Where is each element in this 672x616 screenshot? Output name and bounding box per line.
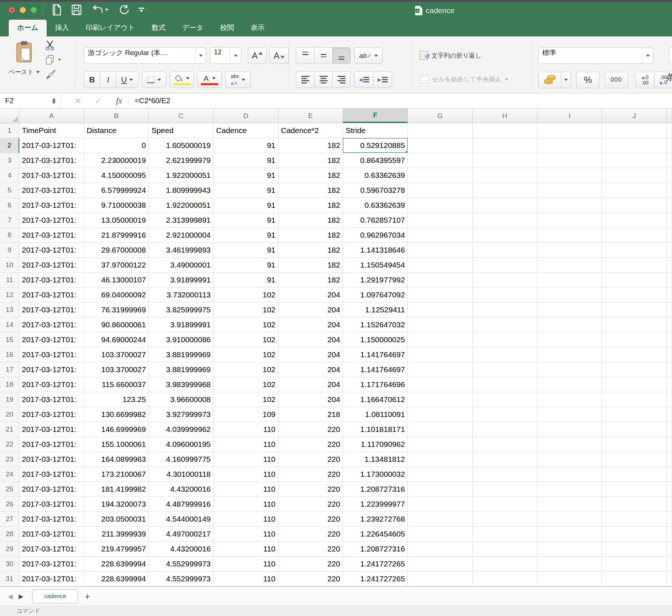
currency-format-button[interactable]: [538, 72, 561, 88]
cell-B24[interactable]: 173.2100067: [84, 467, 149, 482]
merge-center-button[interactable]: ↔ セルを結合して中央揃え: [420, 75, 508, 83]
cell-J15[interactable]: [602, 332, 667, 347]
cell-H6[interactable]: [473, 198, 538, 213]
cell-E12[interactable]: 204: [278, 288, 343, 303]
cell-E30[interactable]: 220: [278, 557, 343, 572]
cell-F11[interactable]: 1.291977992: [343, 273, 408, 288]
decrease-indent-button[interactable]: ◀: [354, 71, 373, 88]
number-format-select[interactable]: 標準: [538, 47, 653, 64]
insert-function-icon[interactable]: fx: [116, 96, 122, 106]
cell-F5[interactable]: 0.596703278: [343, 183, 408, 198]
orientation-button[interactable]: ab: [354, 47, 383, 64]
cell-J25[interactable]: [602, 482, 667, 497]
row-header-3[interactable]: 3: [0, 153, 19, 168]
row-header-17[interactable]: 17: [0, 362, 19, 377]
cell-A7[interactable]: 2017-03-12T01:: [19, 213, 84, 228]
ribbon-tab-1[interactable]: 挿入: [47, 20, 77, 36]
cell-F2[interactable]: 0.529120885: [343, 138, 408, 153]
zoom-icon[interactable]: [31, 7, 37, 13]
column-header-H[interactable]: H: [473, 109, 538, 123]
cell-B12[interactable]: 69.04000092: [84, 288, 149, 303]
cell-H4[interactable]: [473, 168, 538, 183]
cell-E6[interactable]: 182: [278, 198, 343, 213]
column-header-C[interactable]: C: [149, 109, 214, 123]
cell-C5[interactable]: 1.809999943: [149, 183, 214, 198]
cell-D8[interactable]: 91: [214, 228, 278, 243]
cell-F25[interactable]: 1.208727316: [343, 482, 408, 497]
cell-F23[interactable]: 1.13481812: [343, 452, 408, 467]
cell-D3[interactable]: 91: [214, 153, 278, 168]
ribbon-tab-6[interactable]: 表示: [242, 20, 273, 36]
cell-J29[interactable]: [602, 542, 667, 557]
row-header-4[interactable]: 4: [0, 168, 19, 183]
cell-G17[interactable]: [408, 362, 473, 377]
cell-E31[interactable]: 220: [278, 572, 343, 586]
cell-H21[interactable]: [473, 422, 538, 437]
cell-H17[interactable]: [473, 362, 538, 377]
ribbon-tab-3[interactable]: 数式: [143, 20, 174, 36]
cell-H29[interactable]: [473, 542, 538, 557]
cell-B30[interactable]: 228.6399994: [84, 557, 149, 572]
row-header-11[interactable]: 11: [0, 273, 19, 288]
cell-G2[interactable]: [408, 138, 473, 153]
cell-D12[interactable]: 102: [214, 288, 278, 303]
font-size-select[interactable]: 12: [210, 47, 241, 64]
cell-J3[interactable]: [602, 153, 667, 168]
cell-I17[interactable]: [538, 362, 602, 377]
cell-A5[interactable]: 2017-03-12T01:: [19, 183, 84, 198]
cell-F12[interactable]: 1.097647092: [343, 288, 408, 303]
cell-F6[interactable]: 0.63362639: [343, 198, 408, 213]
cell-G18[interactable]: [408, 377, 473, 392]
cell-H19[interactable]: [473, 392, 538, 407]
row-header-29[interactable]: 29: [0, 542, 19, 557]
cell-E7[interactable]: 182: [278, 213, 343, 228]
cell-H12[interactable]: [473, 288, 538, 303]
cell-J24[interactable]: [602, 467, 667, 482]
cell-D15[interactable]: 102: [214, 332, 278, 347]
row-header-14[interactable]: 14: [0, 317, 19, 332]
cell-J1[interactable]: [602, 123, 667, 138]
cell-H26[interactable]: [473, 497, 538, 512]
font-color-dropdown-icon[interactable]: [212, 77, 216, 79]
cell-C23[interactable]: 4.160999775: [149, 452, 214, 467]
row-header-21[interactable]: 21: [0, 422, 19, 437]
column-header-F[interactable]: F: [343, 109, 408, 123]
cell-C18[interactable]: 3.983999968: [149, 377, 214, 392]
cell-D16[interactable]: 102: [214, 347, 278, 362]
cell-G31[interactable]: [408, 572, 473, 586]
cell-G27[interactable]: [408, 512, 473, 527]
cell-F29[interactable]: 1.208727316: [343, 542, 408, 557]
cell-C16[interactable]: 3.881999969: [149, 347, 214, 362]
cell-J14[interactable]: [602, 317, 667, 332]
cell-H27[interactable]: [473, 512, 538, 527]
cell-F13[interactable]: 1.12529411: [343, 303, 408, 317]
cell-G4[interactable]: [408, 168, 473, 183]
cell-B6[interactable]: 9.710000038: [84, 198, 149, 213]
cell-G19[interactable]: [408, 392, 473, 407]
cell-H30[interactable]: [473, 557, 538, 572]
cell-F21[interactable]: 1.101818171: [343, 422, 408, 437]
cell-H5[interactable]: [473, 183, 538, 198]
cell-E8[interactable]: 182: [278, 228, 343, 243]
cell-E20[interactable]: 218: [278, 407, 343, 422]
row-header-8[interactable]: 8: [0, 228, 19, 243]
cell-E22[interactable]: 220: [278, 437, 343, 452]
cell-A9[interactable]: 2017-03-12T01:: [19, 243, 84, 258]
cell-G23[interactable]: [408, 452, 473, 467]
cell-G6[interactable]: [408, 198, 473, 213]
cell-B14[interactable]: 90.86000061: [84, 317, 149, 332]
ribbon-tab-5[interactable]: 校閲: [212, 20, 242, 36]
column-header-A[interactable]: A: [19, 109, 84, 123]
cell-I2[interactable]: [538, 138, 602, 153]
cell-A25[interactable]: 2017-03-12T01:: [19, 482, 84, 497]
cell-H28[interactable]: [473, 527, 538, 542]
cell-J12[interactable]: [602, 288, 667, 303]
cell-I15[interactable]: [538, 332, 602, 347]
cell-C19[interactable]: 3.96600008: [149, 392, 214, 407]
column-header-D[interactable]: D: [214, 109, 278, 123]
cell-A16[interactable]: 2017-03-12T01:: [19, 347, 84, 362]
cell-I13[interactable]: [538, 303, 602, 317]
cell-D19[interactable]: 102: [214, 392, 278, 407]
cell-B22[interactable]: 155.1000061: [84, 437, 149, 452]
add-sheet-icon[interactable]: +: [85, 591, 90, 602]
